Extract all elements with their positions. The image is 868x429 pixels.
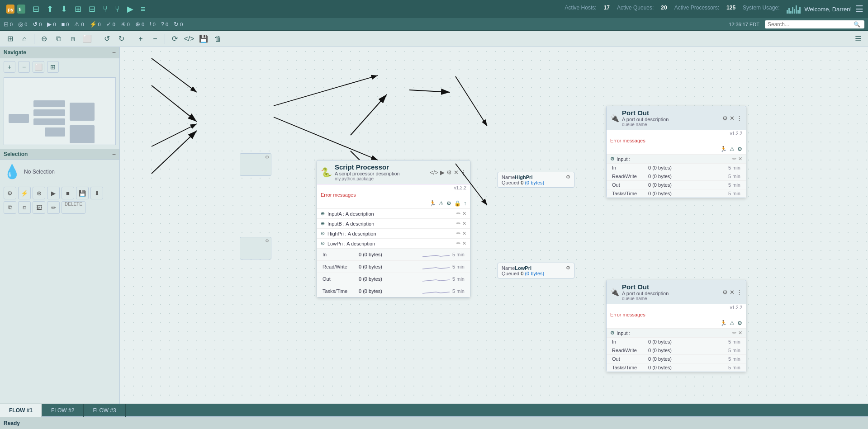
sel-start-btn[interactable]: ⚡: [18, 187, 31, 199]
active-icon: ▶: [47, 21, 52, 28]
sel-edit-btn[interactable]: ✏: [47, 201, 60, 214]
search-submit-icon[interactable]: 🔍: [854, 21, 860, 28]
toolbar-fit-btn[interactable]: ⬜: [81, 33, 94, 45]
fullscreen-btn[interactable]: ⊞: [47, 61, 59, 73]
toolbar-save-btn[interactable]: 💾: [197, 33, 210, 45]
port-highpri-edit-btn[interactable]: ✏: [456, 231, 460, 236]
port-out-2-settings-btn[interactable]: ⚙: [722, 289, 728, 296]
sel-copy-btn[interactable]: ⧉: [4, 201, 16, 214]
minimap[interactable]: [4, 77, 116, 145]
nav-icon-port[interactable]: ▶: [125, 3, 135, 15]
status-synced[interactable]: ⊕ 0: [135, 21, 144, 28]
port-lowpri-edit-btn[interactable]: ✏: [456, 240, 460, 246]
port-out-2-more-btn[interactable]: ⋮: [736, 289, 742, 296]
status-ok[interactable]: ✓ 0: [106, 21, 115, 28]
port-highpri-close-btn[interactable]: ✕: [462, 231, 466, 236]
status-running[interactable]: ↺ 0: [33, 21, 42, 28]
search-input[interactable]: [768, 21, 854, 28]
toolbar-refresh-btn[interactable]: ⟳: [168, 33, 181, 45]
sel-save2-btn[interactable]: 💾: [76, 187, 89, 199]
fit-screen-btn[interactable]: ⬜: [33, 61, 44, 73]
port-inputA-close-btn[interactable]: ✕: [462, 211, 466, 217]
status-disabled[interactable]: ■ 0: [62, 21, 69, 28]
toolbar-add-to-group-btn[interactable]: ⊞: [4, 33, 16, 45]
script-proc-close-btn[interactable]: ✕: [454, 169, 459, 176]
port-out-1-input-close-btn[interactable]: ✕: [738, 156, 742, 162]
port-lowpri-close-btn[interactable]: ✕: [462, 240, 466, 246]
minimap-node: [9, 114, 29, 123]
sel-delete-btn[interactable]: DELETE: [62, 201, 85, 214]
search-bar[interactable]: 🔍: [765, 20, 864, 28]
nav-icon-upload[interactable]: ⬆: [45, 3, 55, 15]
status-help[interactable]: ? 0: [161, 21, 168, 28]
queue-highpri[interactable]: Name HighPri ⚙ Queued 0 (0 bytes): [498, 172, 574, 188]
toolbar-redo-btn[interactable]: ↻: [115, 33, 128, 45]
status-errors[interactable]: ⚡ 0: [90, 21, 101, 28]
nav-icon-label[interactable]: ≡: [139, 4, 147, 15]
port-out-1-settings-btn[interactable]: ⚙: [722, 115, 728, 122]
svg-text:fi: fi: [19, 7, 22, 12]
queue-lowpri[interactable]: Name LowPri ⚙ Queued 0 (0 bytes): [498, 263, 574, 278]
queue-highpri-settings-btn[interactable]: ⚙: [566, 174, 570, 180]
port-out-1-more-btn[interactable]: ⋮: [736, 115, 742, 122]
toolbar-undo-btn[interactable]: ↺: [100, 33, 113, 45]
status-stopped[interactable]: ⊟ 0: [4, 21, 13, 28]
sel-import-btn[interactable]: ⬇: [90, 187, 103, 199]
status-versioned[interactable]: ✳ 0: [121, 21, 130, 28]
script-proc-settings-btn[interactable]: ⚙: [446, 169, 452, 176]
stat-in-time: 5 min: [452, 252, 465, 257]
toolbar-settings-btn[interactable]: ☰: [852, 33, 864, 45]
selection-panel-header: Selection −: [0, 149, 119, 160]
toolbar-remove-btn[interactable]: ⊖: [38, 33, 50, 45]
nav-icon-download[interactable]: ⬇: [59, 3, 69, 15]
toolbar-delete-btn[interactable]: 🗑: [212, 33, 224, 45]
toolbar-subtract-btn[interactable]: −: [149, 33, 161, 45]
ghost-processor-2[interactable]: ⚙: [240, 237, 271, 259]
zoom-in-btn[interactable]: +: [4, 61, 15, 73]
app-logo[interactable]: py fi: [5, 2, 27, 16]
port-out-2-input-close-btn[interactable]: ✕: [738, 330, 742, 336]
toolbar-home-btn[interactable]: ⌂: [18, 33, 31, 45]
nav-icon-funnel[interactable]: ⑂: [113, 4, 122, 15]
toolbar-copy-btn[interactable]: ⧉: [52, 33, 65, 45]
ghost-processor-1[interactable]: ⚙: [240, 153, 271, 176]
nav-icon-templates[interactable]: ⊟: [31, 3, 41, 15]
status-warnings[interactable]: ⚠ 0: [74, 21, 84, 28]
queue-lowpri-settings-btn[interactable]: ⚙: [566, 265, 570, 271]
toolbar-code-btn[interactable]: </>: [183, 33, 195, 45]
selection-close-icon[interactable]: −: [112, 151, 116, 158]
port-inputB-close-btn[interactable]: ✕: [462, 221, 466, 226]
toolbar-add-btn[interactable]: +: [134, 33, 147, 45]
flow-tab-2[interactable]: FLOW #2: [42, 404, 84, 417]
nav-icon-process-group[interactable]: ⊞: [73, 3, 83, 15]
status-refresh[interactable]: ↻ 0: [174, 21, 183, 28]
port-inputB-edit-btn[interactable]: ✏: [456, 221, 460, 226]
navigate-close-icon[interactable]: −: [112, 49, 116, 56]
status-info[interactable]: ! 0: [150, 21, 156, 28]
sel-settings-btn[interactable]: ⚙: [4, 187, 16, 199]
sel-stop2-btn[interactable]: ■: [62, 187, 74, 199]
port-out-1-close-btn[interactable]: ✕: [730, 115, 735, 122]
flow-tab-1[interactable]: FLOW #1: [0, 404, 42, 417]
flow-tab-3[interactable]: FLOW #3: [84, 404, 125, 417]
canvas[interactable]: ⚙ ⚙ 🐍 Script Processor A script processo…: [120, 47, 868, 404]
status-active[interactable]: ▶ 0: [47, 21, 56, 28]
port-out-2-close-btn[interactable]: ✕: [730, 289, 735, 296]
nav-icon-remote[interactable]: ⊟: [87, 3, 97, 15]
sel-play-btn[interactable]: ▶: [47, 187, 60, 199]
sel-screenshot-btn[interactable]: 🖼: [33, 201, 45, 214]
port-out-2-input-edit-btn[interactable]: ✏: [732, 330, 736, 336]
port-out-1-queue: queue name: [622, 122, 720, 127]
sel-stop-btn[interactable]: ⊗: [33, 187, 45, 199]
port-inputA-edit-btn[interactable]: ✏: [456, 211, 460, 217]
toolbar-paste-btn[interactable]: ⧈: [66, 33, 79, 45]
status-invalid[interactable]: ◎ 0: [18, 21, 27, 28]
zoom-out-btn[interactable]: −: [18, 61, 30, 73]
hamburger-menu[interactable]: ☰: [855, 4, 863, 14]
sel-group-btn[interactable]: ⧈: [18, 201, 31, 214]
port-out-1-input-edit-btn[interactable]: ✏: [732, 156, 736, 162]
script-proc-run-btn[interactable]: ▶: [440, 169, 445, 176]
script-proc-code-btn[interactable]: </>: [430, 169, 438, 176]
script-proc-more-btn[interactable]: ⋮: [460, 169, 466, 176]
nav-icon-flow[interactable]: ⑂: [101, 4, 109, 15]
